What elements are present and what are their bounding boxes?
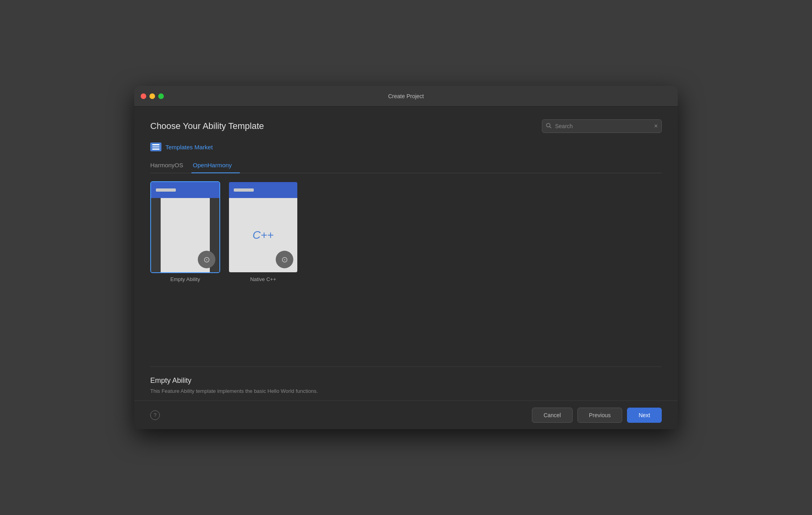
page-title: Choose Your Ability Template — [150, 121, 264, 131]
template-card-inner-empty-ability: ⊙ — [150, 181, 220, 273]
market-link-row: Templates Market — [150, 143, 662, 151]
template-badge-empty: ⊙ — [198, 251, 215, 268]
help-button[interactable]: ? — [150, 410, 160, 420]
next-button[interactable]: Next — [627, 408, 662, 423]
template-header-bar-empty — [156, 188, 176, 192]
market-icon-inner — [152, 144, 159, 150]
traffic-lights — [141, 93, 164, 99]
search-input[interactable] — [542, 119, 662, 133]
template-card-header-cpp — [229, 182, 297, 198]
template-card-header-empty — [151, 182, 219, 198]
description-title: Empty Ability — [150, 376, 662, 385]
footer: ? Cancel Previous Next — [134, 400, 678, 429]
description-text: This Feature Ability template implements… — [150, 388, 662, 394]
template-badge-cpp: ⊙ — [276, 251, 293, 268]
header-row: Choose Your Ability Template × — [150, 119, 662, 133]
create-project-window: Create Project Choose Your Ability Templ… — [134, 86, 678, 429]
template-card-body-empty: ⊙ — [151, 198, 219, 272]
market-icon — [150, 143, 161, 151]
main-content: Choose Your Ability Template × — [134, 107, 678, 400]
previous-button[interactable]: Previous — [577, 408, 622, 423]
close-button[interactable] — [141, 93, 146, 99]
market-icon-line-1 — [152, 144, 159, 145]
cpp-icon: C++ — [253, 229, 274, 242]
window-title: Create Project — [388, 93, 424, 99]
search-clear-button[interactable]: × — [654, 123, 658, 129]
description-section: Empty Ability This Feature Ability templ… — [150, 366, 662, 400]
tab-harmonyos[interactable]: HarmonyOS — [150, 158, 191, 173]
template-label-empty: Empty Ability — [170, 276, 200, 282]
harmony-badge-icon-empty: ⊙ — [203, 255, 210, 264]
titlebar: Create Project — [134, 86, 678, 107]
template-card-empty-ability[interactable]: ⊙ Empty Ability — [150, 181, 220, 360]
tab-openharmony[interactable]: OpenHarmony — [191, 158, 240, 173]
minimize-button[interactable] — [149, 93, 155, 99]
market-icon-line-3 — [152, 149, 159, 150]
templates-market-link[interactable]: Templates Market — [165, 144, 213, 151]
market-icon-line-2 — [152, 147, 159, 148]
templates-grid: ⊙ Empty Ability C++ ⊙ — [150, 181, 662, 366]
harmony-badge-icon-cpp: ⊙ — [281, 255, 288, 264]
template-card-body-cpp: C++ ⊙ — [229, 198, 297, 272]
footer-buttons: Cancel Previous Next — [532, 408, 662, 423]
template-label-cpp: Native C++ — [250, 276, 276, 282]
search-container: × — [542, 119, 662, 133]
tabs-row: HarmonyOS OpenHarmony — [150, 158, 662, 173]
maximize-button[interactable] — [158, 93, 164, 99]
template-header-bar-cpp — [234, 188, 254, 192]
template-card-native-cpp[interactable]: C++ ⊙ Native C++ — [228, 181, 298, 360]
template-card-inner-native-cpp: C++ ⊙ — [228, 181, 298, 273]
cancel-button[interactable]: Cancel — [532, 408, 573, 423]
